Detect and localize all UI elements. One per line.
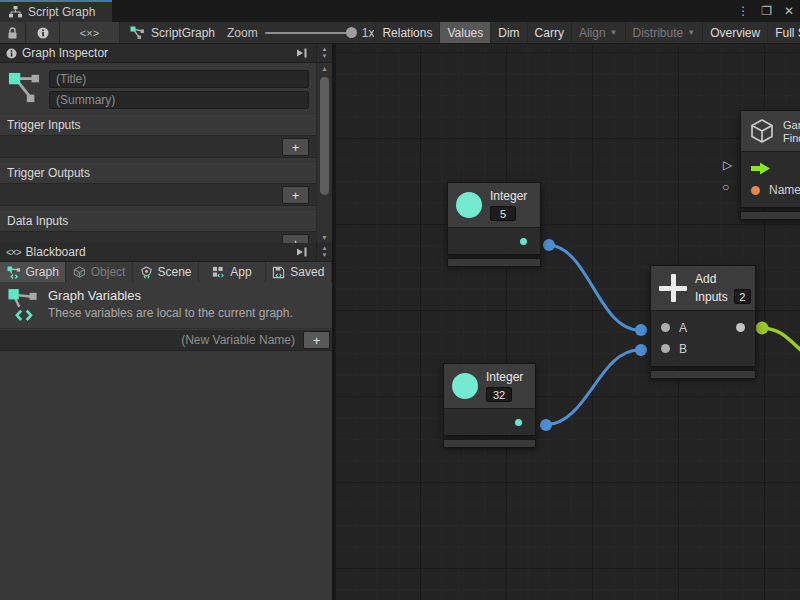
- tab-title: Script Graph: [28, 5, 95, 19]
- graph-variables-panel: Graph Variables These variables are loca…: [0, 282, 332, 329]
- section-data-inputs: Data Inputs: [0, 209, 316, 231]
- dim-button[interactable]: Dim: [490, 22, 526, 43]
- graph-icon: [8, 70, 40, 106]
- section-trigger-inputs: Trigger Inputs: [0, 113, 316, 135]
- node-integer-32[interactable]: Integer: [443, 363, 536, 448]
- integer-output-port[interactable]: [515, 419, 522, 426]
- trigger-outputs-list: +: [0, 183, 316, 206]
- info-button[interactable]: [26, 22, 60, 43]
- new-variable-row: +: [0, 330, 332, 351]
- overview-button[interactable]: Overview: [702, 22, 767, 43]
- node-add[interactable]: Add Inputs A B: [650, 265, 756, 379]
- node-footer: [443, 439, 536, 448]
- wire-endpoint-dot: [543, 239, 555, 251]
- code-view-button[interactable]: <×>: [60, 22, 120, 43]
- graph-summary-field[interactable]: [49, 91, 309, 109]
- dock-panel-icon[interactable]: [296, 247, 308, 257]
- wire-endpoint-dot: [635, 324, 647, 336]
- inputs-label: Inputs: [695, 290, 728, 304]
- zoom-value: 1x: [362, 26, 375, 40]
- carry-button[interactable]: Carry: [527, 22, 571, 43]
- node-footer: [740, 211, 800, 220]
- scene-icon: [140, 266, 153, 279]
- trigger-inputs-list: +: [0, 135, 316, 158]
- panel-title: Blackboard: [26, 245, 86, 259]
- inspector-scrollbar[interactable]: ▲ ▼: [316, 63, 332, 243]
- window-close-icon[interactable]: ✕: [784, 4, 794, 18]
- graph-inspector-header: Graph Inspector ▲▼: [0, 44, 332, 63]
- values-button[interactable]: Values: [439, 22, 490, 43]
- app-icon: [212, 266, 225, 279]
- new-variable-input[interactable]: [0, 330, 302, 350]
- zoom-slider-knob[interactable]: [346, 27, 357, 38]
- sidebar: Graph Inspector ▲▼: [0, 44, 334, 600]
- wire-endpoint-dot: [635, 344, 647, 356]
- integer-literal-icon: [456, 192, 482, 218]
- script-graph-window: Script Graph ⋮ ❐ ✕ <×>: [0, 0, 800, 600]
- integer-value-field[interactable]: [486, 387, 512, 402]
- script-graph-icon: [130, 26, 145, 39]
- scroll-up-icon[interactable]: ▲: [317, 65, 332, 72]
- window-menu-icon[interactable]: ⋮: [737, 4, 749, 18]
- add-variable-button[interactable]: +: [303, 331, 330, 349]
- tab-graph-variables[interactable]: Graph: [0, 262, 66, 282]
- tab-scene-variables[interactable]: Scene: [133, 262, 199, 282]
- node-footer: [650, 370, 756, 379]
- blackboard-empty-area: [0, 352, 332, 600]
- section-trigger-outputs: Trigger Outputs: [0, 161, 316, 183]
- graph-canvas[interactable]: Integer Integer: [336, 44, 800, 600]
- tab-app-variables[interactable]: App: [199, 262, 265, 282]
- panel-title: Graph Inspector: [22, 46, 108, 60]
- integer-output-port[interactable]: [520, 238, 527, 245]
- graph-inspector-body: Trigger Inputs + Trigger Outputs + Data …: [0, 63, 332, 243]
- node-title: Integer: [486, 370, 523, 384]
- lock-button[interactable]: [0, 22, 26, 43]
- panel-reorder-buttons[interactable]: ▲▼: [316, 243, 332, 261]
- add-inputs-count-field[interactable]: [734, 289, 751, 304]
- lock-icon: [7, 27, 18, 39]
- variables-title: Graph Variables: [48, 288, 293, 303]
- input-port-b[interactable]: [661, 344, 670, 353]
- object-cube-icon: [73, 266, 86, 279]
- wire-endpoint-dot: [540, 419, 552, 431]
- blackboard-icon: <×>: [6, 247, 21, 258]
- distribute-dropdown[interactable]: Distribute ▼: [625, 22, 703, 43]
- scrollbar-thumb[interactable]: [320, 77, 329, 195]
- gameobject-cube-icon: [749, 118, 775, 144]
- zoom-control: Zoom 1x: [227, 22, 374, 43]
- tab-script-graph[interactable]: Script Graph: [0, 0, 112, 22]
- info-icon: [37, 27, 49, 39]
- relations-button[interactable]: Relations: [374, 22, 439, 43]
- align-dropdown[interactable]: Align ▼: [571, 22, 625, 43]
- chevron-down-icon: ▼: [687, 28, 695, 37]
- node-gameobject-find[interactable]: Game Object Find Name: [740, 110, 800, 220]
- input-port-a[interactable]: [661, 323, 670, 332]
- tab-object-variables[interactable]: Object: [66, 262, 132, 282]
- integer-value-field[interactable]: [490, 206, 516, 221]
- panel-reorder-buttons[interactable]: ▲▼: [316, 44, 332, 62]
- trigger-input-port[interactable]: [751, 162, 771, 175]
- window-maximize-icon[interactable]: ❐: [761, 4, 772, 18]
- name-input-port[interactable]: [751, 186, 760, 195]
- integer-literal-icon: [452, 373, 478, 399]
- zoom-slider[interactable]: [265, 32, 355, 34]
- value-port-indicator-icon: ○: [722, 180, 729, 194]
- graph-name-label: ScriptGraph: [120, 22, 227, 43]
- fullscreen-button[interactable]: Full Screen: [767, 22, 800, 43]
- tab-saved-variables[interactable]: Saved: [266, 262, 332, 282]
- dock-panel-icon[interactable]: [296, 48, 308, 58]
- scroll-down-icon[interactable]: ▼: [317, 234, 332, 241]
- graph-variables-icon: [8, 288, 38, 322]
- node-integer-5[interactable]: Integer: [447, 182, 541, 267]
- trigger-port-indicator-icon: ▷: [723, 158, 732, 172]
- wire-add-output: [762, 328, 800, 353]
- wire-int32-to-addB: [546, 350, 639, 425]
- node-title: Add: [695, 272, 751, 286]
- add-output-port[interactable]: [736, 323, 745, 332]
- saved-disk-icon: [272, 266, 285, 279]
- blackboard-header: <×> Blackboard ▲▼: [0, 243, 332, 262]
- info-icon: [6, 48, 17, 59]
- add-trigger-output-button[interactable]: +: [282, 186, 309, 204]
- graph-title-field[interactable]: [49, 70, 309, 88]
- add-trigger-input-button[interactable]: +: [282, 138, 309, 156]
